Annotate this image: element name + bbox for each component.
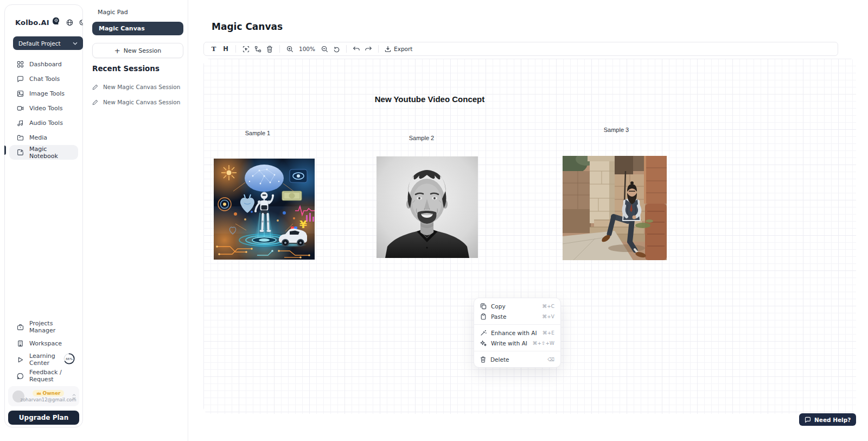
tab-magic-pad[interactable]: Magic Pad [98,9,128,16]
media-icon [17,134,24,141]
shortcut-hint: ⌘+V [542,314,554,319]
plus-icon: + [114,47,120,54]
feedback-icon [17,373,24,380]
crown-icon [36,391,41,395]
learning-progress-value: 66% [66,357,72,361]
project-selector[interactable]: Default Project [13,36,83,50]
account-chevron-icon [72,394,76,399]
sidebar-item-audio-tools[interactable]: Audio Tools [9,116,78,130]
session-item-label: New Magic Canvas Session [103,99,180,105]
magic-notebook-icon [17,149,24,156]
sessions-panel: Magic Pad Magic Canvas + New Session Rec… [83,0,188,441]
sample-3-image-man-on-ruins[interactable] [563,156,667,260]
play-icon [17,356,24,363]
video-icon [17,105,24,112]
tab-magic-canvas-label: Magic Canvas [99,25,145,32]
sidebar-item-label: Chat Tools [29,75,60,83]
trash-icon [480,356,486,363]
chevron-down-icon [73,42,78,45]
user-account-card[interactable]: Owner zoharvan12@gmail.com [8,386,79,406]
context-menu-label: Delete [490,356,509,363]
shortcut-hint: ⌘+⇧+W [532,341,554,346]
trash-icon [266,46,273,53]
pencil-icon [92,84,98,90]
sidebar-item-feedback[interactable]: Feedback / Request [9,368,78,384]
session-list-item[interactable]: New Magic Canvas Session [92,94,182,110]
canvas-toolbar: T H 100% Export [203,42,838,56]
shortcut-hint: ⌫ [547,357,554,362]
heading-tool-button[interactable]: H [220,43,232,54]
sidebar-item-image-tools[interactable]: Image Tools [9,86,78,101]
new-session-button[interactable]: + New Session [92,43,183,58]
toolbar-divider [346,45,347,53]
context-menu-item-copy[interactable]: Copy ⌘+C [474,301,560,311]
context-menu-item-delete[interactable]: Delete ⌫ [474,354,560,364]
wand-icon [480,330,487,336]
context-menu: Copy ⌘+C Paste ⌘+V Enhance with AI ⌘+E W… [474,298,561,368]
sidebar-item-projects-manager[interactable]: Projects Manager [9,319,78,335]
owner-role-label: Owner [43,390,61,396]
reset-view-button[interactable] [330,43,342,54]
sample-1-label[interactable]: Sample 1 [231,130,285,136]
zoom-out-icon [321,46,328,53]
context-menu-item-paste[interactable]: Paste ⌘+V [474,311,560,322]
context-menu-divider [474,324,560,325]
sidebar-item-label: Magic Notebook [29,146,75,160]
zoom-out-button[interactable] [318,43,330,54]
svg-text:¥: ¥ [299,218,307,231]
owner-role-badge: Owner [33,390,65,396]
zoom-in-button[interactable] [284,43,296,54]
context-menu-label: Copy [491,303,506,310]
building-icon [17,340,24,347]
toolbar-divider [378,45,379,53]
sidebar-bottom-nav: Projects Manager Workspace Learning Cent… [9,319,78,384]
need-help-button[interactable]: Need Help? [799,413,856,426]
tab-magic-canvas[interactable]: Magic Canvas [92,22,183,35]
new-session-label: New Session [124,47,161,54]
export-label: Export [394,46,412,52]
sidebar-item-magic-notebook[interactable]: Magic Notebook [9,145,78,160]
sidebar-item-label: Image Tools [29,90,65,97]
brand-row: Kolbo.AI [15,17,77,28]
context-menu-label: Write with AI [491,340,527,346]
undo-button[interactable] [350,43,362,54]
need-help-label: Need Help? [814,417,851,423]
session-list-item[interactable]: New Magic Canvas Session [92,79,182,94]
sidebar-item-video-tools[interactable]: Video Tools [9,101,78,116]
recent-sessions-heading: Recent Sessions [92,64,159,73]
sample-3-label[interactable]: Sample 3 [589,127,643,133]
connector-tool-button[interactable] [252,43,264,54]
upgrade-plan-button[interactable]: Upgrade Plan [8,411,79,425]
upgrade-plan-label: Upgrade Plan [19,414,68,421]
help-chat-icon [805,417,811,423]
export-button[interactable]: Export [382,46,414,52]
sidebar-item-label: Projects Manager [29,320,75,334]
session-item-label: New Magic Canvas Session [103,84,180,90]
canvas-title-text[interactable]: New Youtube Video Concept [294,94,565,104]
sample-2-label[interactable]: Sample 2 [394,135,449,141]
context-menu-item-write-with-ai[interactable]: Write with AI ⌘+⇧+W [474,338,560,348]
sidebar-item-label: Dashboard [29,61,62,68]
sidebar-item-workspace[interactable]: Workspace [9,335,78,351]
dashboard-icon [17,61,24,68]
sidebar-item-chat-tools[interactable]: Chat Tools [9,72,78,86]
sidebar-item-dashboard[interactable]: Dashboard [9,57,78,72]
redo-button[interactable] [362,43,374,54]
rotate-ccw-icon [333,46,340,53]
sidebar-item-media[interactable]: Media [9,130,78,145]
user-email: zoharvan12@gmail.com [20,397,76,402]
sidebar-item-learning-center[interactable]: Learning Center 66% [9,351,78,368]
sidebar-item-label: Workspace [29,340,62,347]
select-tool-button[interactable] [240,43,252,54]
text-tool-button[interactable]: T [208,43,220,54]
select-icon [242,46,250,53]
language-globe-icon[interactable] [66,19,73,26]
delete-tool-button[interactable] [264,43,276,54]
sample-1-image-ai-robot-collage[interactable]: ¥ [214,159,315,260]
context-menu-item-enhance-with-ai[interactable]: Enhance with AI ⌘+E [474,327,560,338]
chat-icon [17,75,24,83]
sample-2-image-bw-portrait[interactable] [376,156,478,258]
download-icon [385,46,391,52]
toolbar-divider [279,45,280,53]
active-nav-indicator [4,146,6,155]
